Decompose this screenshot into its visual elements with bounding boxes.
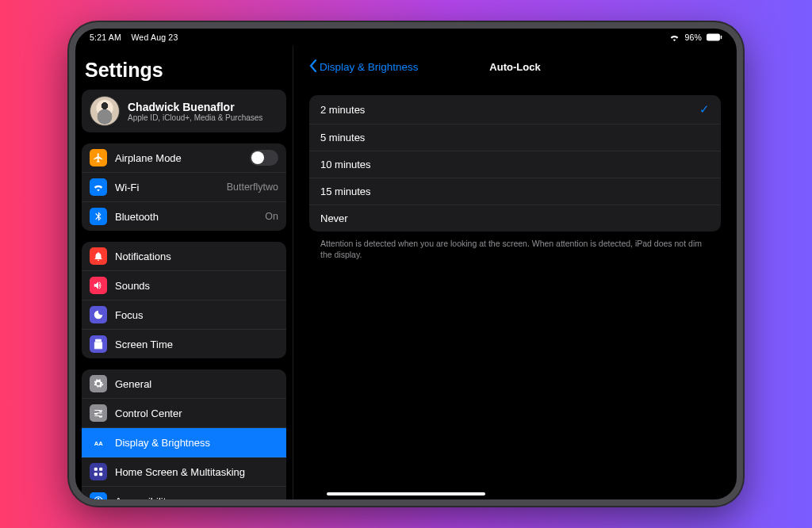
svg-rect-5 (99, 468, 102, 471)
battery-pct: 96% (684, 33, 702, 42)
bluetooth-icon (90, 208, 107, 225)
option-15min[interactable]: 15 minutes (309, 178, 721, 205)
status-bar: 5:21 AM Wed Aug 23 96% (75, 29, 737, 46)
svg-rect-6 (94, 473, 98, 476)
sidebar-item-homescreen[interactable]: Home Screen & Multitasking (82, 457, 286, 487)
wifi-value: Butterflytwo (227, 182, 278, 193)
option-label: 2 minutes (320, 104, 365, 116)
sidebar-item-label: General (115, 378, 278, 390)
status-date: Wed Aug 23 (131, 33, 178, 42)
sidebar-item-bluetooth[interactable]: Bluetooth On (82, 202, 286, 231)
airplane-icon (90, 149, 107, 166)
profile-group: Chadwick Buenaflor Apple ID, iCloud+, Me… (82, 90, 286, 132)
system-group: General Control Center AA Display & Brig… (82, 369, 286, 499)
battery-icon (707, 33, 722, 41)
screentime-icon (90, 335, 107, 353)
home-indicator[interactable] (327, 492, 485, 495)
avatar (90, 96, 120, 126)
option-label: Never (320, 212, 348, 224)
profile-name: Chadwick Buenaflor (128, 101, 262, 113)
options-list: 2 minutes ✓ 5 minutes 10 minutes 15 minu… (309, 95, 721, 231)
footer-text: Attention is detected when you are looki… (309, 231, 721, 260)
homescreen-icon (90, 463, 107, 480)
wifi-icon (669, 33, 680, 41)
profile-sub: Apple ID, iCloud+, Media & Purchases (128, 113, 262, 122)
sidebar-item-display[interactable]: AA Display & Brightness (82, 428, 286, 457)
gear-icon (90, 375, 107, 392)
wifi-settings-icon (90, 178, 107, 196)
notifications-icon (90, 247, 107, 265)
sidebar-item-label: Sounds (115, 280, 278, 292)
option-never[interactable]: Never (309, 205, 721, 231)
sidebar-item-label: Screen Time (115, 339, 278, 350)
sidebar-item-label: Focus (115, 309, 278, 321)
sidebar-item-label: Wi-Fi (115, 182, 219, 193)
sidebar-item-accessibility[interactable]: Accessibility (82, 487, 286, 499)
sidebar-item-label: Home Screen & Multitasking (115, 466, 278, 478)
option-10min[interactable]: 10 minutes (309, 151, 721, 178)
focus-icon (90, 306, 107, 323)
sidebar-item-label: Accessibility (115, 495, 278, 500)
svg-rect-7 (99, 473, 102, 476)
navbar: Display & Brightness Auto-Lock (309, 54, 721, 79)
sidebar-item-airplane[interactable]: Airplane Mode (82, 143, 286, 173)
svg-rect-0 (707, 33, 720, 40)
controlcenter-icon (90, 404, 107, 422)
settings-title: Settings (85, 59, 283, 82)
accessibility-icon (90, 492, 107, 499)
sidebar-item-screentime[interactable]: Screen Time (82, 330, 286, 358)
alerts-group: Notifications Sounds Focus (82, 242, 286, 358)
status-time: 5:21 AM (90, 33, 121, 42)
option-label: 5 minutes (320, 132, 365, 143)
option-2min[interactable]: 2 minutes ✓ (309, 95, 721, 124)
option-5min[interactable]: 5 minutes (309, 124, 721, 151)
option-label: 15 minutes (320, 186, 371, 197)
sidebar-item-notifications[interactable]: Notifications (82, 242, 286, 271)
profile-row[interactable]: Chadwick Buenaflor Apple ID, iCloud+, Me… (82, 90, 286, 132)
sidebar-item-wifi[interactable]: Wi-Fi Butterflytwo (82, 173, 286, 202)
svg-rect-2 (96, 343, 102, 348)
airplane-toggle[interactable] (250, 150, 278, 166)
option-label: 10 minutes (320, 159, 371, 170)
checkmark-icon: ✓ (699, 102, 710, 117)
sidebar-item-label: Notifications (115, 251, 278, 262)
sidebar-item-label: Display & Brightness (115, 437, 278, 449)
page-title: Auto-Lock (309, 61, 721, 73)
sidebar-item-general[interactable]: General (82, 369, 286, 399)
bluetooth-value: On (265, 211, 278, 222)
svg-rect-1 (721, 36, 722, 40)
status-left: 5:21 AM Wed Aug 23 (90, 33, 178, 42)
network-group: Airplane Mode Wi-Fi Butterflytwo Bluetoo… (82, 143, 286, 231)
sidebar-item-sounds[interactable]: Sounds (82, 271, 286, 300)
sidebar-item-label: Control Center (115, 407, 278, 419)
detail-pane: Display & Brightness Auto-Lock 2 minutes… (293, 46, 737, 499)
display-icon: AA (90, 434, 107, 451)
sidebar-item-label: Airplane Mode (115, 152, 242, 164)
sidebar: Settings Chadwick Buenaflor Apple ID, iC… (75, 46, 293, 499)
status-right: 96% (669, 33, 722, 42)
sounds-icon (90, 277, 107, 294)
ipad-frame: 5:21 AM Wed Aug 23 96% Settings Chadwick… (69, 22, 743, 506)
svg-point-9 (98, 498, 99, 499)
sidebar-item-label: Bluetooth (115, 211, 257, 223)
svg-rect-4 (94, 468, 98, 471)
sidebar-item-controlcenter[interactable]: Control Center (82, 399, 286, 428)
sidebar-item-focus[interactable]: Focus (82, 300, 286, 330)
svg-text:AA: AA (94, 440, 103, 447)
